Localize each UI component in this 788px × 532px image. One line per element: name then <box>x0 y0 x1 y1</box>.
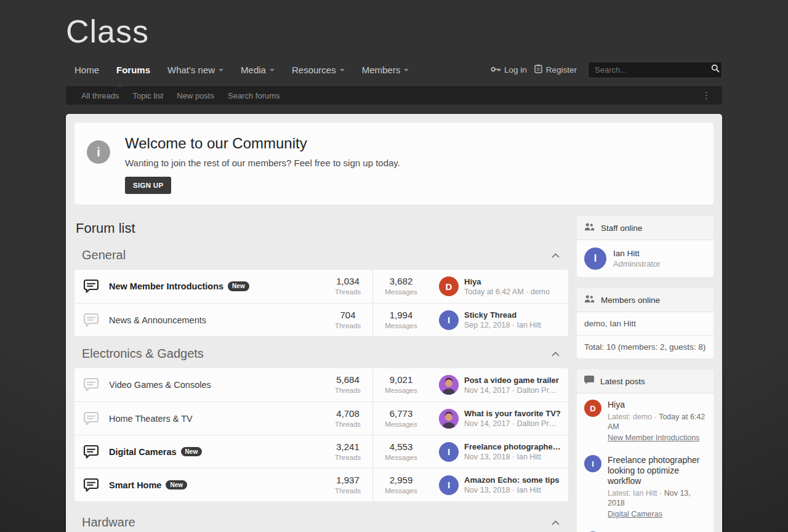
nav-home[interactable]: Home <box>66 60 108 79</box>
latest-thread-link[interactable]: Freelance photographer looking to optimi… <box>464 442 561 451</box>
category-title[interactable]: Electronics & Gadgets <box>82 347 204 361</box>
search-input[interactable] <box>589 65 709 75</box>
avatar[interactable]: I <box>439 475 459 495</box>
collapse-toggle[interactable] <box>549 247 562 263</box>
forum-title[interactable]: New Member Introductions <box>109 281 223 291</box>
login-button[interactable]: Log in <box>489 63 528 77</box>
forum-row[interactable]: New Member IntroductionsNew 1,034Threads… <box>74 270 568 303</box>
nav-resources[interactable]: Resources <box>283 60 353 79</box>
avatar[interactable]: D <box>439 276 459 296</box>
messages-stat: 3,682Messages <box>372 270 429 303</box>
key-icon <box>491 65 501 75</box>
staff-member-name[interactable]: Ian Hitt <box>613 249 661 258</box>
block-title: Latest posts <box>600 377 645 386</box>
subnav-search-forums[interactable]: Search forums <box>221 91 287 100</box>
latest-thread-meta: Nov 13, 2018 · Ian Hitt <box>464 453 561 461</box>
chevron-down-icon[interactable] <box>340 69 345 71</box>
threads-stat: 1,034Threads <box>323 270 372 303</box>
forum-title[interactable]: News & Announcements <box>109 315 206 325</box>
collapse-toggle[interactable] <box>549 345 562 361</box>
search-button[interactable] <box>709 62 722 78</box>
new-badge: New <box>166 480 187 490</box>
subnav-topic-list[interactable]: Topic list <box>126 91 170 100</box>
latest-thread-link[interactable]: Sticky Thread <box>464 310 541 320</box>
chevron-down-icon[interactable] <box>404 69 409 71</box>
forum-read-icon <box>83 377 102 393</box>
latest-thread-meta: Nov 13, 2018 · Ian Hitt <box>464 486 560 494</box>
nav-forums[interactable]: Forums <box>108 60 159 79</box>
forum-rows-electronics: Video Games & Consoles 5,684Threads 9,02… <box>74 368 568 501</box>
chevron-down-icon[interactable] <box>219 69 223 71</box>
register-button[interactable]: Register <box>533 62 578 78</box>
site-header: Class Home Forums What's new Media Resou… <box>66 0 722 80</box>
chevron-down-icon[interactable] <box>270 69 275 71</box>
latest-thread-meta: Sep 12, 2018 · Ian Hitt <box>464 321 541 329</box>
avatar[interactable] <box>439 409 459 429</box>
sidebar: Staff online I Ian Hitt Administrator Me… <box>577 216 714 532</box>
forum-title[interactable]: Video Games & Consoles <box>109 380 211 390</box>
notice-body: Wanting to join the rest of our members?… <box>125 157 400 169</box>
avatar[interactable]: D <box>584 400 601 417</box>
forum-row[interactable]: Home Theaters & TV 4,708Threads 6,773Mes… <box>74 401 568 435</box>
block-title: Staff online <box>601 224 642 233</box>
avatar[interactable]: I <box>584 455 601 472</box>
latest-post-forum-link[interactable]: Digital Cameras <box>608 510 662 518</box>
messages-stat: 9,021Messages <box>372 368 429 401</box>
staff-member-row: I Ian Hitt Administrator <box>577 240 714 277</box>
collapse-toggle[interactable] <box>549 514 562 530</box>
latest-thread-link[interactable]: Amazon Echo: some tips <box>464 475 560 485</box>
nav-members[interactable]: Members <box>353 60 418 79</box>
latest-post-forum-link[interactable]: New Member Introductions <box>608 433 699 442</box>
sign-up-button[interactable]: SIGN UP <box>125 177 171 194</box>
forum-row[interactable]: News & Announcements 704Threads 1,994Mes… <box>74 303 568 336</box>
forum-row[interactable]: Video Games & Consoles 5,684Threads 9,02… <box>74 368 568 401</box>
active-tab-pointer <box>116 83 124 87</box>
category-title[interactable]: General <box>82 248 126 262</box>
messages-stat: 4,553Messages <box>372 435 429 468</box>
content-container: i Welcome to our Community Wanting to jo… <box>66 114 722 532</box>
avatar[interactable]: I <box>439 442 459 462</box>
latest-post-title[interactable]: Hiya <box>608 400 706 410</box>
messages-stat: 6,773Messages <box>372 402 429 435</box>
forum-unread-icon <box>83 444 102 460</box>
avatar[interactable]: I <box>439 310 459 330</box>
latest-post-item: D Hiya Latest: demo · Today at 6:42 AM N… <box>577 393 714 449</box>
members-online-block: Members online demo, Ian Hitt Total: 10 … <box>577 288 714 358</box>
staff-online-block: Staff online I Ian Hitt Administrator <box>577 216 714 277</box>
category-header-general: General <box>74 238 568 270</box>
latest-thread-link[interactable]: What is your favorite TV? <box>464 409 561 418</box>
members-online-list[interactable]: demo, Ian Hitt <box>577 312 714 335</box>
threads-stat: 1,937Threads <box>323 469 372 501</box>
search-box <box>588 62 722 78</box>
messages-stat: 2,959Messages <box>372 469 429 501</box>
avatar[interactable]: I <box>584 248 606 270</box>
latest-thread-link[interactable]: Hiya <box>464 277 550 286</box>
forum-row[interactable]: Digital CamerasNew 3,241Threads 4,553Mes… <box>74 435 568 468</box>
latest-thread-link[interactable]: Post a video game trailer <box>464 376 561 385</box>
category-header-hardware: Hardware <box>74 505 568 532</box>
speech-bubble-icon <box>584 376 594 387</box>
welcome-notice: i Welcome to our Community Wanting to jo… <box>74 123 714 204</box>
category-title[interactable]: Hardware <box>82 515 135 530</box>
forum-unread-icon <box>83 278 102 294</box>
avatar[interactable] <box>439 375 459 395</box>
forum-list-column: Forum list General New Member Introducti… <box>74 216 568 532</box>
staff-member-role: Administrator <box>613 259 661 268</box>
latest-post-title[interactable]: Freelance photographer looking to optimi… <box>608 455 706 486</box>
category-header-electronics: Electronics & Gadgets <box>74 336 568 368</box>
page-title: Forum list <box>76 220 568 236</box>
subnav-new-posts[interactable]: New posts <box>170 91 221 100</box>
forum-title[interactable]: Home Theaters & TV <box>109 414 193 424</box>
forum-row[interactable]: Smart HomeNew 1,937Threads 2,959Messages… <box>74 468 568 501</box>
nav-media[interactable]: Media <box>232 60 283 79</box>
main-navigation: Home Forums What's new Media Resources M… <box>66 59 722 80</box>
forum-read-icon <box>83 312 102 328</box>
site-logo[interactable]: Class <box>66 0 722 50</box>
subnav-all-threads[interactable]: All threads <box>74 91 126 100</box>
forum-title[interactable]: Smart Home <box>109 480 161 490</box>
overflow-menu-icon[interactable]: ⋮ <box>699 90 714 101</box>
forum-title[interactable]: Digital Cameras <box>109 447 177 457</box>
nav-whats-new[interactable]: What's new <box>159 60 232 79</box>
new-badge: New <box>181 447 203 457</box>
sub-navigation: All threads Topic list New posts Search … <box>66 86 722 105</box>
